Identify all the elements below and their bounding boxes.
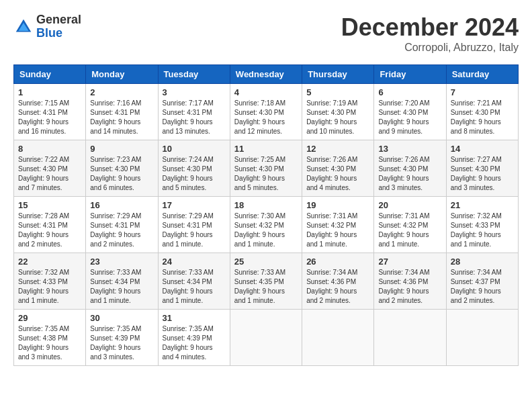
calendar-cell: 30 Sunrise: 7:35 AM Sunset: 4:39 PM Dayl… [86,310,158,366]
day-number: 22 [18,257,81,267]
weekday-header-wednesday: Wednesday [230,65,302,84]
calendar-week-4: 22 Sunrise: 7:32 AM Sunset: 4:33 PM Dayl… [14,253,519,310]
weekday-header-friday: Friday [374,65,446,84]
day-number: 11 [234,144,298,154]
day-number: 27 [378,257,441,267]
calendar-cell: 12 Sunrise: 7:26 AM Sunset: 4:30 PM Dayl… [302,140,374,197]
logo-blue: Blue [36,27,81,40]
day-info: Sunrise: 7:15 AM Sunset: 4:31 PM Dayligh… [18,99,81,136]
day-number: 5 [306,87,369,97]
day-number: 9 [90,144,153,154]
day-number: 17 [163,200,226,210]
calendar-cell: 10 Sunrise: 7:24 AM Sunset: 4:30 PM Dayl… [158,140,230,197]
calendar-cell: 23 Sunrise: 7:33 AM Sunset: 4:34 PM Dayl… [86,253,158,310]
day-number: 19 [306,200,369,210]
logo-text: General Blue [36,13,81,40]
day-number: 24 [163,257,226,267]
calendar-cell: 20 Sunrise: 7:31 AM Sunset: 4:32 PM Dayl… [374,197,446,253]
day-info: Sunrise: 7:26 AM Sunset: 4:30 PM Dayligh… [378,155,441,193]
day-info: Sunrise: 7:24 AM Sunset: 4:30 PM Dayligh… [163,155,226,193]
day-number: 26 [306,257,369,267]
calendar-cell: 7 Sunrise: 7:21 AM Sunset: 4:30 PM Dayli… [446,84,518,140]
calendar-cell: 1 Sunrise: 7:15 AM Sunset: 4:31 PM Dayli… [14,84,86,140]
calendar-cell [446,310,518,366]
day-number: 14 [451,144,514,154]
page-header: General Blue December 2024 Corropoli, Ab… [13,13,519,54]
weekday-header-thursday: Thursday [302,65,374,84]
day-number: 12 [306,144,369,154]
day-info: Sunrise: 7:30 AM Sunset: 4:32 PM Dayligh… [234,212,298,249]
weekday-header-row: SundayMondayTuesdayWednesdayThursdayFrid… [14,65,519,84]
day-info: Sunrise: 7:32 AM Sunset: 4:33 PM Dayligh… [451,212,514,249]
logo-icon [13,17,34,37]
day-info: Sunrise: 7:33 AM Sunset: 4:35 PM Dayligh… [234,268,298,306]
logo: General Blue [13,13,81,40]
day-info: Sunrise: 7:31 AM Sunset: 4:32 PM Dayligh… [378,212,441,249]
calendar-cell: 31 Sunrise: 7:35 AM Sunset: 4:39 PM Dayl… [158,310,230,366]
calendar-cell: 8 Sunrise: 7:22 AM Sunset: 4:30 PM Dayli… [14,140,86,197]
title-block: December 2024 Corropoli, Abruzzo, Italy [341,13,519,54]
weekday-header-sunday: Sunday [14,65,86,84]
calendar-cell: 9 Sunrise: 7:23 AM Sunset: 4:30 PM Dayli… [86,140,158,197]
day-number: 31 [163,313,226,323]
day-number: 10 [163,144,226,154]
day-info: Sunrise: 7:34 AM Sunset: 4:36 PM Dayligh… [378,268,441,306]
calendar-cell [374,310,446,366]
day-number: 20 [378,200,441,210]
calendar-cell: 21 Sunrise: 7:32 AM Sunset: 4:33 PM Dayl… [446,197,518,253]
day-info: Sunrise: 7:28 AM Sunset: 4:31 PM Dayligh… [18,212,81,249]
calendar-cell: 27 Sunrise: 7:34 AM Sunset: 4:36 PM Dayl… [374,253,446,310]
day-info: Sunrise: 7:18 AM Sunset: 4:30 PM Dayligh… [234,99,298,136]
calendar-cell: 3 Sunrise: 7:17 AM Sunset: 4:31 PM Dayli… [158,84,230,140]
calendar-cell: 17 Sunrise: 7:29 AM Sunset: 4:31 PM Dayl… [158,197,230,253]
day-number: 3 [163,87,226,97]
day-info: Sunrise: 7:20 AM Sunset: 4:30 PM Dayligh… [378,99,441,136]
calendar-cell: 28 Sunrise: 7:34 AM Sunset: 4:37 PM Dayl… [446,253,518,310]
day-number: 18 [234,200,298,210]
day-info: Sunrise: 7:16 AM Sunset: 4:31 PM Dayligh… [90,99,153,136]
day-number: 23 [90,257,153,267]
day-info: Sunrise: 7:35 AM Sunset: 4:39 PM Dayligh… [90,324,153,362]
calendar-cell: 2 Sunrise: 7:16 AM Sunset: 4:31 PM Dayli… [86,84,158,140]
calendar-cell: 26 Sunrise: 7:34 AM Sunset: 4:36 PM Dayl… [302,253,374,310]
day-number: 6 [378,87,441,97]
calendar-cell [302,310,374,366]
calendar-week-2: 8 Sunrise: 7:22 AM Sunset: 4:30 PM Dayli… [14,140,519,197]
day-info: Sunrise: 7:33 AM Sunset: 4:34 PM Dayligh… [163,268,226,306]
calendar-cell: 22 Sunrise: 7:32 AM Sunset: 4:33 PM Dayl… [14,253,86,310]
calendar-week-3: 15 Sunrise: 7:28 AM Sunset: 4:31 PM Dayl… [14,197,519,253]
day-info: Sunrise: 7:27 AM Sunset: 4:30 PM Dayligh… [451,155,514,193]
day-info: Sunrise: 7:32 AM Sunset: 4:33 PM Dayligh… [18,268,81,306]
day-number: 16 [90,200,153,210]
day-number: 21 [451,200,514,210]
location: Corropoli, Abruzzo, Italy [341,42,519,54]
logo-general: General [36,13,81,27]
day-number: 28 [451,257,514,267]
day-info: Sunrise: 7:19 AM Sunset: 4:30 PM Dayligh… [306,99,369,136]
calendar-cell: 5 Sunrise: 7:19 AM Sunset: 4:30 PM Dayli… [302,84,374,140]
weekday-header-tuesday: Tuesday [158,65,230,84]
weekday-header-saturday: Saturday [446,65,518,84]
day-info: Sunrise: 7:29 AM Sunset: 4:31 PM Dayligh… [90,212,153,249]
day-number: 25 [234,257,298,267]
day-info: Sunrise: 7:35 AM Sunset: 4:38 PM Dayligh… [18,324,81,362]
weekday-header-monday: Monday [86,65,158,84]
day-info: Sunrise: 7:31 AM Sunset: 4:32 PM Dayligh… [306,212,369,249]
calendar-cell: 14 Sunrise: 7:27 AM Sunset: 4:30 PM Dayl… [446,140,518,197]
day-info: Sunrise: 7:33 AM Sunset: 4:34 PM Dayligh… [90,268,153,306]
calendar-cell: 6 Sunrise: 7:20 AM Sunset: 4:30 PM Dayli… [374,84,446,140]
day-info: Sunrise: 7:29 AM Sunset: 4:31 PM Dayligh… [163,212,226,249]
day-number: 2 [90,87,153,97]
day-number: 29 [18,313,81,323]
calendar-cell [230,310,302,366]
day-info: Sunrise: 7:17 AM Sunset: 4:31 PM Dayligh… [163,99,226,136]
calendar-week-1: 1 Sunrise: 7:15 AM Sunset: 4:31 PM Dayli… [14,84,519,140]
day-number: 8 [18,144,81,154]
calendar-week-5: 29 Sunrise: 7:35 AM Sunset: 4:38 PM Dayl… [14,310,519,366]
day-number: 1 [18,87,81,97]
calendar-cell: 16 Sunrise: 7:29 AM Sunset: 4:31 PM Dayl… [86,197,158,253]
calendar-cell: 11 Sunrise: 7:25 AM Sunset: 4:30 PM Dayl… [230,140,302,197]
calendar-cell: 29 Sunrise: 7:35 AM Sunset: 4:38 PM Dayl… [14,310,86,366]
day-number: 15 [18,200,81,210]
calendar-table: SundayMondayTuesdayWednesdayThursdayFrid… [13,64,519,366]
